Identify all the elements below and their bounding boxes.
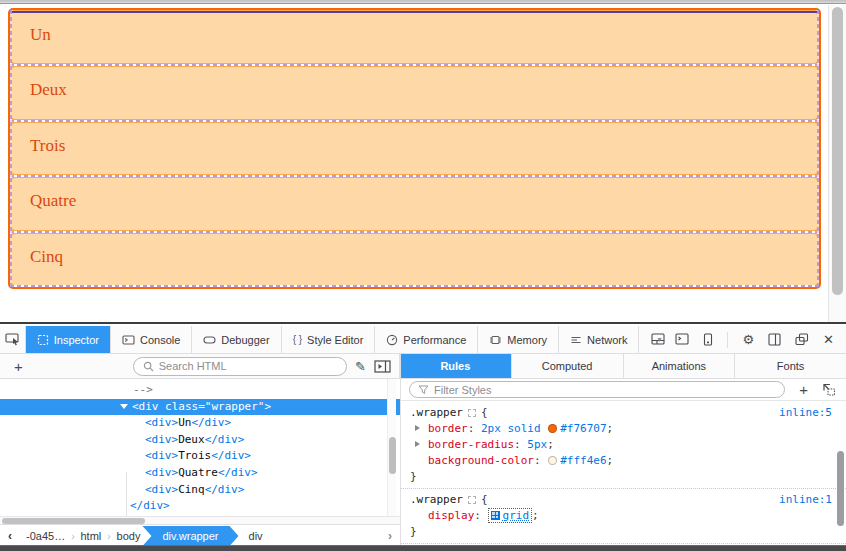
tab-label: Style Editor bbox=[307, 334, 363, 346]
tab-network[interactable]: Network bbox=[559, 326, 639, 353]
rule-separator bbox=[401, 543, 846, 544]
markup-toolbar: + Search HTML ✎ bbox=[0, 354, 400, 378]
rule-source-link[interactable]: inline:5 bbox=[779, 405, 832, 421]
rule-close-row: } bbox=[401, 469, 846, 485]
expand-declaration-icon[interactable] bbox=[415, 441, 420, 447]
declaration-row[interactable]: background-color: #fff4e6; bbox=[401, 453, 846, 469]
selected-node[interactable]: <div class="wrapper"> bbox=[0, 399, 400, 416]
filter-placeholder: Filter Styles bbox=[434, 384, 491, 396]
tab-animations[interactable]: Animations bbox=[624, 354, 736, 378]
dock-mode-button[interactable]: ▾ bbox=[651, 333, 661, 346]
comment-end: --> bbox=[0, 382, 400, 399]
debugger-icon bbox=[203, 334, 216, 346]
declaration-row[interactable]: display: grid; bbox=[401, 508, 846, 524]
tab-console[interactable]: Console bbox=[111, 326, 192, 353]
pick-element-button[interactable] bbox=[0, 326, 26, 353]
gear-icon[interactable]: ⚙ bbox=[742, 333, 754, 346]
filter-icon bbox=[418, 385, 429, 395]
tab-computed[interactable]: Computed bbox=[512, 354, 624, 378]
tree-node[interactable]: <div>Deux</div> bbox=[0, 432, 400, 449]
eyedropper-icon[interactable]: ✎ bbox=[355, 359, 366, 374]
breadcrumb-item[interactable]: html bbox=[74, 530, 107, 542]
rule-selector-row[interactable]: .wrapper{inline:5 bbox=[401, 405, 846, 421]
tab-memory[interactable]: Memory bbox=[478, 326, 559, 353]
page-scrollbar-thumb[interactable] bbox=[832, 7, 843, 295]
pick-element-icon bbox=[5, 333, 20, 346]
rule-selector-row[interactable]: .wrapper{inline:1 bbox=[401, 492, 846, 508]
close-icon[interactable]: ✕ bbox=[823, 333, 834, 346]
tab-rules[interactable]: Rules bbox=[400, 354, 512, 378]
toggle-classes-icon[interactable] bbox=[822, 383, 836, 396]
tab-inspector[interactable]: Inspector bbox=[26, 326, 111, 353]
add-rule-button[interactable]: + bbox=[793, 381, 814, 398]
responsive-design-mode-button[interactable] bbox=[703, 333, 713, 346]
color-swatch[interactable] bbox=[548, 424, 557, 433]
tree-node[interactable]: </div> bbox=[0, 498, 400, 515]
grid-item: Un bbox=[10, 10, 819, 65]
tab-debugger[interactable]: Debugger bbox=[192, 326, 281, 353]
screenshot-root: Un Deux Trois Quatre Cinq bbox=[0, 0, 846, 551]
tree-node[interactable]: <div>Quatre</div> bbox=[0, 465, 400, 482]
divider bbox=[727, 332, 728, 348]
tab-label: Network bbox=[587, 334, 627, 346]
browser-chrome-edge bbox=[0, 0, 846, 4]
tab-performance[interactable]: Performance bbox=[375, 326, 478, 353]
highlight-selector-icon[interactable] bbox=[468, 409, 476, 417]
devtools-toolbar-icons: ▾ ⚙ bbox=[639, 326, 846, 353]
search-html-input[interactable]: Search HTML bbox=[133, 357, 347, 376]
filter-styles-input[interactable]: Filter Styles bbox=[409, 381, 785, 398]
inspector-icon bbox=[37, 334, 49, 346]
selected-node-code: <div class="wrapper"> bbox=[132, 400, 271, 413]
expand-arrow-icon[interactable] bbox=[120, 404, 128, 409]
page-scrollbar[interactable] bbox=[828, 5, 846, 322]
rules-scrollbar-thumb[interactable] bbox=[837, 451, 844, 526]
tree-node[interactable]: <div>Un</div> bbox=[0, 415, 400, 432]
expand-declaration-icon[interactable] bbox=[415, 425, 420, 431]
memory-icon bbox=[489, 334, 502, 346]
tab-style-editor[interactable]: { } Style Editor bbox=[282, 326, 376, 353]
chevron-down-icon: ▾ bbox=[657, 335, 661, 344]
separate-window-button[interactable] bbox=[795, 333, 809, 346]
rule-separator bbox=[401, 488, 846, 489]
tab-label: Console bbox=[140, 334, 180, 346]
grid-item: Quatre bbox=[10, 176, 819, 231]
grid-icon[interactable] bbox=[491, 511, 500, 520]
tab-label: Performance bbox=[403, 334, 466, 346]
highlight-selector-icon[interactable] bbox=[468, 496, 476, 504]
breadcrumb-item[interactable]: body bbox=[111, 530, 147, 542]
breadcrumb-item[interactable]: div bbox=[235, 530, 269, 542]
markup-vertical-scrollbar[interactable] bbox=[387, 379, 396, 516]
declaration-row[interactable]: border: 2px solid #f76707; bbox=[401, 421, 846, 437]
performance-icon bbox=[386, 334, 398, 346]
markup-view: --> <div class="wrapper"> <div>Un</div> … bbox=[0, 379, 400, 516]
tab-fonts[interactable]: Fonts bbox=[735, 354, 846, 378]
grid-value-toggle[interactable]: grid bbox=[488, 508, 533, 523]
rules-toolbar: Filter Styles + bbox=[401, 379, 846, 401]
rule-close-row: } bbox=[401, 524, 846, 540]
search-icon bbox=[143, 361, 154, 372]
breadcrumb-back-button[interactable]: ‹ bbox=[0, 529, 20, 543]
markup-vscroll-thumb[interactable] bbox=[389, 437, 396, 474]
three-pane-toggle-button[interactable] bbox=[374, 360, 391, 373]
rule-source-link[interactable]: inline:1 bbox=[779, 492, 832, 508]
breadcrumb-forward-button[interactable]: › bbox=[380, 529, 400, 543]
split-console-button[interactable] bbox=[675, 333, 689, 346]
tab-label: Debugger bbox=[221, 334, 269, 346]
devtools-panel: Inspector Console Debugger { bbox=[0, 322, 846, 551]
declaration-row[interactable]: border-radius: 5px; bbox=[401, 437, 846, 453]
tree-node[interactable]: <div>Trois</div> bbox=[0, 448, 400, 465]
add-node-button[interactable]: + bbox=[8, 358, 29, 375]
breadcrumb-item-selected[interactable]: div.wrapper bbox=[142, 526, 238, 546]
color-swatch[interactable] bbox=[548, 456, 557, 465]
background-window-edge bbox=[0, 545, 846, 551]
sidebar-tabbar: Rules Computed Animations Fonts bbox=[400, 354, 846, 378]
rules-scrollbar[interactable] bbox=[837, 429, 845, 544]
page-viewport: Un Deux Trois Quatre Cinq bbox=[0, 5, 828, 322]
breadcrumb-item[interactable]: -0a45… bbox=[20, 530, 71, 542]
dock-side-button[interactable] bbox=[768, 333, 781, 346]
grid-item: Trois bbox=[10, 121, 819, 176]
tree-node[interactable]: <div>Cinq</div> bbox=[0, 482, 400, 499]
tab-label: Memory bbox=[507, 334, 547, 346]
devtools-second-row: + Search HTML ✎ bbox=[0, 354, 846, 379]
markup-horizontal-scrollbar[interactable] bbox=[0, 516, 400, 524]
